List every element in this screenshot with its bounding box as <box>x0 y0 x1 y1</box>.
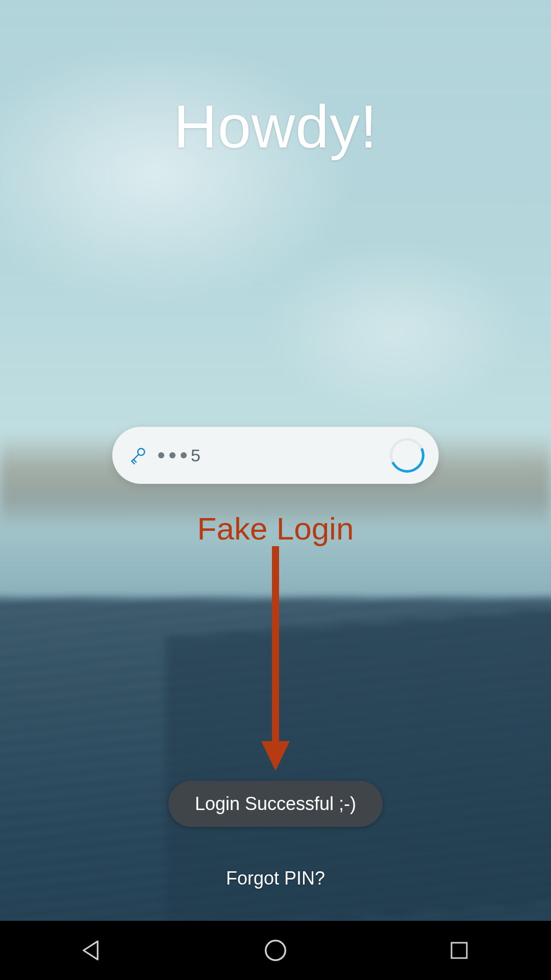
arrow-down-icon <box>260 546 291 771</box>
svg-line-3 <box>132 461 134 464</box>
nav-home-button[interactable] <box>259 934 292 967</box>
loading-spinner-icon <box>390 438 424 473</box>
pin-input[interactable]: 5 <box>112 427 439 484</box>
login-toast: Login Successful ;-) <box>168 781 383 827</box>
pin-masked-dots: 5 <box>158 446 201 465</box>
forgot-pin-link[interactable]: Forgot PIN? <box>0 868 551 889</box>
svg-line-2 <box>134 459 136 462</box>
pin-last-char: 5 <box>191 446 201 465</box>
nav-recents-button[interactable] <box>443 934 475 967</box>
svg-marker-5 <box>261 741 290 771</box>
android-navbar <box>0 921 551 980</box>
greeting-title: Howdy! <box>0 92 551 161</box>
nav-back-button[interactable] <box>76 934 108 967</box>
svg-marker-6 <box>84 941 98 960</box>
svg-point-7 <box>266 941 286 961</box>
svg-rect-8 <box>452 943 467 958</box>
svg-line-1 <box>132 454 138 461</box>
annotation-label: Fake Login <box>0 510 551 547</box>
key-icon <box>127 444 149 467</box>
